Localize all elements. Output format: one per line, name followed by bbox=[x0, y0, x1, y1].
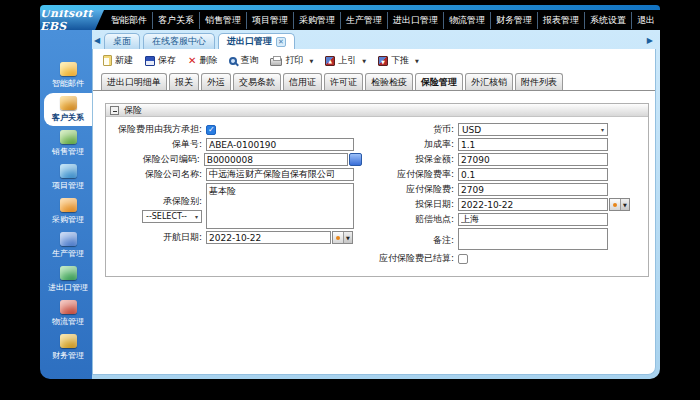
tab-import-export-management[interactable]: 进出口管理 bbox=[218, 33, 295, 49]
currency-select[interactable]: USD bbox=[458, 123, 608, 136]
form-left-column: 保险费用由我方承担: 保单号: 保险公司编码: bbox=[108, 123, 362, 267]
tab-desktop[interactable]: 桌面 bbox=[104, 33, 140, 49]
app-logo: Unitsoft EBS bbox=[40, 10, 104, 30]
sidebar-item-logistics[interactable]: 物流管理 bbox=[44, 297, 92, 330]
subtab-foreign-shipping[interactable]: 外运 bbox=[201, 73, 231, 90]
delete-button[interactable]: 删除 bbox=[188, 54, 217, 67]
dropdown-arrow-icon[interactable] bbox=[309, 58, 313, 64]
sidebar: 智能邮件 客户关系 销售管理 项目管理 采购管理 生产管理 bbox=[40, 30, 92, 379]
calendar-icon bbox=[333, 232, 343, 243]
claim-place-field[interactable] bbox=[458, 213, 608, 226]
subtab-import-export-detail[interactable]: 进出口明细单 bbox=[101, 73, 167, 90]
close-icon[interactable] bbox=[276, 37, 286, 47]
insured-amount-label: 投保金额: bbox=[362, 153, 458, 166]
production-icon bbox=[60, 232, 77, 246]
insure-date-picker-button[interactable] bbox=[609, 198, 630, 211]
subtab-attachment-list[interactable]: 附件列表 bbox=[515, 73, 563, 90]
button-label: 打印 bbox=[285, 54, 303, 67]
sidebar-item-production[interactable]: 生产管理 bbox=[44, 229, 92, 262]
groupbox-title: 保险 bbox=[124, 104, 142, 117]
premium-settled-label: 应付保险费已结算: bbox=[362, 252, 458, 265]
sail-date-picker-button[interactable] bbox=[332, 231, 353, 244]
push-down-button[interactable]: 下推 bbox=[378, 54, 419, 67]
coverage-textarea[interactable]: 基本险 bbox=[206, 183, 354, 229]
push-down-icon bbox=[378, 56, 388, 66]
chevron-down-icon bbox=[601, 126, 604, 133]
sidebar-item-smart-mail[interactable]: 智能邮件 bbox=[44, 59, 92, 92]
menu-item-logistics[interactable]: 物流管理 bbox=[443, 12, 490, 29]
insured-by-us-checkbox[interactable] bbox=[206, 125, 216, 135]
sail-date-field[interactable] bbox=[206, 231, 331, 244]
collapse-icon[interactable] bbox=[110, 106, 119, 115]
currency-select-value: USD bbox=[462, 125, 481, 135]
premium-rate-label: 应付保险费率: bbox=[362, 168, 458, 181]
sidebar-item-import-export[interactable]: 进出口管理 bbox=[44, 263, 92, 296]
subtab-inspection-quarantine[interactable]: 检验检疫 bbox=[365, 73, 413, 90]
sidebar-item-project[interactable]: 项目管理 bbox=[44, 161, 92, 194]
company-name-label: 保险公司名称: bbox=[108, 168, 206, 181]
sidebar-item-label: 进出口管理 bbox=[48, 282, 88, 293]
insured-amount-field[interactable] bbox=[458, 153, 608, 166]
menu-item-sales[interactable]: 销售管理 bbox=[199, 12, 246, 29]
finance-icon bbox=[60, 334, 77, 348]
menu-item-customer-relations[interactable]: 客户关系 bbox=[152, 12, 199, 29]
dropdown-arrow-icon[interactable] bbox=[415, 58, 419, 64]
print-icon bbox=[270, 58, 282, 66]
sidebar-item-finance[interactable]: 财务管理 bbox=[44, 331, 92, 364]
subtab-forex-verification[interactable]: 外汇核销 bbox=[465, 73, 513, 90]
top-menubar: Unitsoft EBS 智能部件 客户关系 销售管理 项目管理 采购管理 生产… bbox=[40, 10, 660, 30]
new-button[interactable]: 新建 bbox=[103, 54, 133, 67]
premium-field[interactable] bbox=[458, 183, 608, 196]
premium-rate-field[interactable] bbox=[458, 168, 608, 181]
markup-rate-label: 加成率: bbox=[362, 138, 458, 151]
pull-up-button[interactable]: 上引 bbox=[325, 54, 366, 67]
tab-online-service-center[interactable]: 在线客服中心 bbox=[143, 33, 215, 49]
toolbar: 新建 保存 删除 查询 bbox=[93, 49, 655, 71]
remarks-textarea[interactable] bbox=[458, 228, 608, 250]
sidebar-item-sales[interactable]: 销售管理 bbox=[44, 127, 92, 160]
menu-item-production[interactable]: 生产管理 bbox=[340, 12, 387, 29]
company-code-field[interactable] bbox=[204, 153, 349, 166]
subtab-insurance-management[interactable]: 保险管理 bbox=[415, 73, 463, 90]
menu-item-system-settings[interactable]: 系统设置 bbox=[584, 12, 631, 29]
premium-settled-checkbox[interactable] bbox=[458, 254, 468, 264]
menu-item-reports[interactable]: 报表管理 bbox=[537, 12, 584, 29]
subtab-customs[interactable]: 报关 bbox=[169, 73, 199, 90]
subtab-letter-of-credit[interactable]: 信用证 bbox=[283, 73, 322, 90]
company-name-field[interactable] bbox=[206, 168, 354, 181]
company-code-label: 保险公司编码: bbox=[108, 153, 204, 166]
sidebar-item-purchasing[interactable]: 采购管理 bbox=[44, 195, 92, 228]
sidebar-item-customer-relations[interactable]: 客户关系 bbox=[44, 93, 92, 126]
claim-place-label: 赔偿地点: bbox=[362, 213, 458, 226]
subtab-trade-terms[interactable]: 交易条款 bbox=[233, 73, 281, 90]
policy-no-field[interactable] bbox=[206, 138, 354, 151]
currency-label: 货币: bbox=[362, 123, 458, 136]
tab-scroll-left-icon[interactable] bbox=[94, 36, 100, 45]
menu-item-project[interactable]: 项目管理 bbox=[246, 12, 293, 29]
menu-item-smart-widgets[interactable]: 智能部件 bbox=[106, 12, 152, 29]
menu-item-logout[interactable]: 退出 bbox=[631, 12, 660, 29]
save-button[interactable]: 保存 bbox=[145, 54, 176, 67]
tab-scroll-right-icon[interactable] bbox=[647, 36, 653, 45]
coverage-select[interactable]: --SELECT-- bbox=[142, 210, 202, 223]
policy-no-label: 保单号: bbox=[108, 138, 206, 151]
query-button[interactable]: 查询 bbox=[229, 54, 258, 67]
calendar-icon bbox=[610, 199, 620, 210]
project-icon bbox=[60, 164, 77, 178]
menu-item-purchasing[interactable]: 采购管理 bbox=[293, 12, 340, 29]
button-label: 删除 bbox=[199, 54, 217, 67]
subtab-license[interactable]: 许可证 bbox=[324, 73, 363, 90]
print-button[interactable]: 打印 bbox=[270, 54, 313, 67]
menu-item-finance[interactable]: 财务管理 bbox=[490, 12, 537, 29]
app-window: Unitsoft EBS 智能部件 客户关系 销售管理 项目管理 采购管理 生产… bbox=[40, 5, 660, 379]
insurance-form-area: 保险 保险费用由我方承担: 保单号: bbox=[93, 91, 655, 374]
insurance-groupbox: 保险 保险费用由我方承担: 保单号: bbox=[105, 103, 649, 277]
content-panel: 新建 保存 删除 查询 bbox=[92, 49, 656, 375]
chevron-down-icon bbox=[620, 199, 629, 210]
button-label: 上引 bbox=[338, 54, 356, 67]
dropdown-arrow-icon[interactable] bbox=[362, 58, 366, 64]
markup-rate-field[interactable] bbox=[458, 138, 608, 151]
company-lookup-button[interactable] bbox=[349, 153, 362, 166]
insure-date-field[interactable] bbox=[458, 198, 608, 211]
menu-item-import-export[interactable]: 进出口管理 bbox=[387, 12, 443, 29]
